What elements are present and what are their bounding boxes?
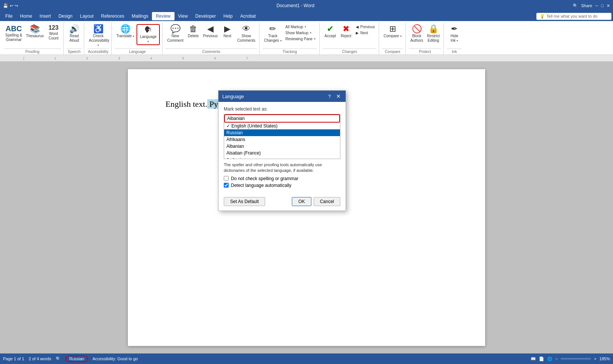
dialog-close-button[interactable]: ✕: [335, 93, 342, 100]
ribbon-group-ink: ✒ HideInk ▾ Ink: [445, 23, 464, 55]
show-comments-button[interactable]: 👁 ShowComments: [236, 24, 257, 44]
language-dialog[interactable]: Language ? ✕ Mark selected text as: Alba…: [218, 90, 346, 211]
thesaurus-button[interactable]: 📚 Thesaurus: [24, 24, 45, 39]
zoom-in-button[interactable]: +: [594, 356, 596, 361]
ribbon-group-speech: 🔊 ReadAloud Speech: [64, 23, 84, 55]
dialog-help-button[interactable]: ?: [326, 93, 333, 100]
search-icon[interactable]: 🔍: [573, 3, 578, 8]
restrict-editing-button[interactable]: 🔒 RestrictEditing: [425, 24, 441, 44]
block-authors-button[interactable]: 🚫 BlockAuthors: [409, 24, 425, 44]
next-change-icon: ▶: [356, 31, 359, 35]
language-listbox[interactable]: Albanian English (United States) Russian…: [224, 114, 340, 159]
no-spellcheck-checkbox[interactable]: [224, 176, 229, 181]
cancel-button[interactable]: Cancel: [314, 197, 340, 206]
title-bar: 💾 ↩ ↪ Document1 - Word 🔍 Share ─ □ ✕: [0, 0, 613, 11]
restrict-editing-icon: 🔒: [428, 25, 439, 33]
ribbon-group-language: 🌐 Translate ▾ 🗣 Language ▾ Language: [112, 23, 162, 55]
menu-insert[interactable]: Insert: [36, 12, 55, 20]
restore-button[interactable]: □: [601, 3, 604, 8]
quick-access-undo[interactable]: ↩: [10, 3, 13, 8]
listbox-item-alsatian[interactable]: Alsatian (France): [224, 150, 340, 156]
ribbon-group-protect: 🚫 BlockAuthors 🔒 RestrictEditing Protect: [407, 23, 444, 55]
listbox-item-afrikaans[interactable]: Afrikaans: [224, 136, 340, 143]
previous-comment-button[interactable]: ◀ Previous: [202, 24, 219, 39]
menu-developer[interactable]: Developer: [191, 12, 220, 20]
menu-mailings[interactable]: Mailings: [128, 12, 152, 20]
menu-review[interactable]: Review: [152, 12, 174, 20]
quick-access-save[interactable]: 💾: [3, 3, 8, 8]
menu-references[interactable]: References: [97, 12, 128, 20]
spelling-grammar-button[interactable]: ABC Spelling &Grammar: [4, 24, 24, 43]
lightbulb-icon: 💡: [540, 14, 545, 19]
detect-language-label: Detect language automatically: [231, 183, 291, 188]
listbox-item-english-us[interactable]: English (United States): [224, 123, 340, 129]
reject-button[interactable]: ✖ Reject: [338, 24, 354, 39]
menu-view[interactable]: View: [174, 12, 192, 20]
ribbon-group-changes: ✔ Accept ✖ Reject ◀ Previous ▶ Next Chan…: [320, 23, 379, 55]
zoom-out-button[interactable]: −: [555, 356, 558, 361]
track-changes-button[interactable]: ✏ TrackChanges ▾: [262, 24, 283, 44]
menu-home[interactable]: Home: [16, 12, 36, 20]
view-read-icon[interactable]: 📖: [531, 356, 536, 361]
word-count-icon: 123: [49, 25, 59, 31]
check-accessibility-button[interactable]: ♿ CheckAccessibility▾: [87, 24, 109, 48]
zoom-slider[interactable]: [561, 358, 591, 359]
tell-me-bar[interactable]: 💡 Tell me what you want to do: [536, 13, 611, 20]
new-comment-button[interactable]: 💬 NewComment: [165, 24, 185, 44]
language-button[interactable]: 🗣 Language ▾: [137, 24, 160, 45]
delete-comment-button[interactable]: 🗑 Delete: [186, 24, 201, 39]
share-button[interactable]: Share: [581, 3, 592, 8]
accept-button[interactable]: ✔ Accept: [323, 24, 338, 39]
protect-label: Protect: [409, 49, 441, 55]
dialog-body: Mark selected text as: Albanian English …: [218, 102, 346, 194]
close-button[interactable]: ✕: [607, 3, 610, 8]
listbox-item-amharic[interactable]: Amharic: [224, 156, 340, 159]
spelling-icon: ABC: [6, 25, 22, 32]
title-bar-right: 🔍 Share ─ □ ✕: [573, 3, 610, 8]
new-comment-icon: 💬: [170, 25, 181, 33]
hide-ink-button[interactable]: ✒ HideInk ▾: [447, 24, 462, 44]
detect-language-checkbox[interactable]: [224, 183, 229, 188]
next-change-button[interactable]: ▶ Next: [354, 30, 376, 36]
listbox-item-albanian-top[interactable]: Albanian: [224, 114, 340, 123]
reviewing-pane-button[interactable]: Reviewing Pane ▾: [284, 36, 317, 42]
all-markup-button[interactable]: All Markup ▾: [284, 24, 317, 30]
set-as-default-button[interactable]: Set As Default: [224, 197, 265, 206]
view-web-icon[interactable]: 🌐: [547, 356, 552, 361]
ink-label: Ink: [447, 49, 462, 55]
word-count-button[interactable]: 123 WordCount: [46, 24, 61, 41]
ribbon-group-tracking: ✏ TrackChanges ▾ All Markup ▾ Show Marku…: [260, 23, 320, 55]
listbox-item-russian[interactable]: Russian: [224, 129, 340, 136]
menu-design[interactable]: Design: [55, 12, 76, 20]
language-status-pill[interactable]: Russian: [65, 355, 88, 362]
accessibility-icon: ♿: [93, 25, 103, 33]
listbox-item-albanian[interactable]: Albanian: [224, 143, 340, 150]
minimize-button[interactable]: ─: [595, 3, 598, 8]
compare-label: Compare: [382, 49, 403, 55]
next-comment-button[interactable]: ▶ Next: [220, 24, 235, 39]
compare-button[interactable]: ⊞ Compare ▾: [382, 24, 403, 39]
status-bar: Page 1 of 1 2 of 4 words 🔍 Russian Acces…: [0, 353, 613, 364]
changes-label: Changes: [323, 49, 376, 55]
menu-help[interactable]: Help: [220, 12, 237, 20]
markup-dropdown-arrow: ▾: [305, 25, 306, 29]
menu-acrobat[interactable]: Acrobat: [237, 12, 259, 20]
page-info: Page 1 of 1: [3, 356, 24, 361]
dialog-footer: Set As Default OK Cancel: [218, 194, 346, 211]
compare-icon: ⊞: [389, 25, 396, 33]
read-aloud-button[interactable]: 🔊 ReadAloud: [67, 24, 82, 44]
show-markup-button[interactable]: Show Markup ▾: [284, 30, 317, 36]
menu-bar: File Home Insert Design Layout Reference…: [0, 11, 613, 21]
menu-layout[interactable]: Layout: [76, 12, 97, 20]
menu-file[interactable]: File: [2, 12, 16, 20]
ok-button[interactable]: OK: [292, 197, 311, 206]
translate-button[interactable]: 🌐 Translate ▾: [115, 24, 136, 39]
block-authors-icon: 🚫: [412, 25, 422, 33]
quick-access-redo[interactable]: ↪: [15, 3, 18, 8]
next-icon: ▶: [224, 25, 231, 33]
ribbon: ABC Spelling &Grammar 📚 Thesaurus 123 Wo…: [0, 21, 613, 55]
reviewing-pane-arrow: ▾: [314, 37, 316, 41]
english-text: English text.: [165, 99, 207, 109]
previous-change-button[interactable]: ◀ Previous: [354, 24, 376, 30]
view-print-icon[interactable]: 📄: [539, 356, 544, 361]
